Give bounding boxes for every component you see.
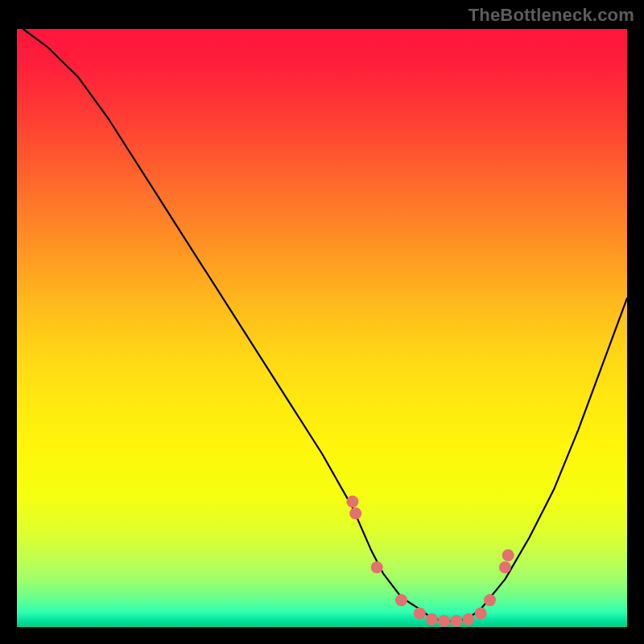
highlight-marker	[484, 594, 496, 606]
marker-group	[346, 496, 514, 628]
highlight-marker	[502, 549, 514, 561]
highlight-marker	[349, 507, 361, 519]
highlight-marker	[438, 615, 450, 627]
bottleneck-curve	[23, 29, 627, 621]
chart-frame: TheBottleneck.com	[0, 0, 644, 644]
curve-svg	[17, 29, 627, 627]
highlight-marker	[371, 561, 383, 573]
highlight-marker	[346, 496, 358, 508]
highlight-marker	[499, 561, 511, 573]
watermark-text: TheBottleneck.com	[469, 5, 634, 26]
plot-area	[17, 29, 627, 627]
highlight-marker	[450, 615, 462, 627]
highlight-marker	[426, 613, 438, 625]
highlight-marker	[475, 607, 487, 619]
highlight-marker	[395, 594, 407, 606]
highlight-marker	[414, 607, 426, 619]
highlight-marker	[462, 613, 474, 625]
